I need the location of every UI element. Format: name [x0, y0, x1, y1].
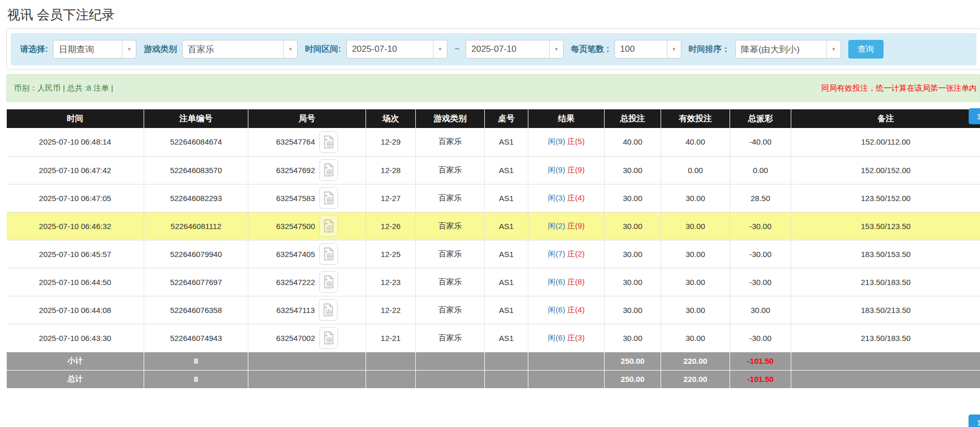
video-record-icon[interactable] — [319, 271, 338, 293]
valid-bet-cell: 40.00 — [661, 128, 730, 156]
round-id-cell: 632547113 — [248, 296, 366, 324]
bet-id-cell: 522646077697 — [144, 268, 248, 296]
chevron-down-icon[interactable]: ▼ — [433, 40, 447, 58]
valid-bet-cell: 0.00 — [661, 156, 730, 184]
session-cell: 12-25 — [366, 240, 416, 268]
total-bet-link[interactable]: 30.00 — [605, 324, 661, 352]
remark-cell: 123.50/152.00 — [791, 184, 980, 212]
per-page-select[interactable]: 100 ▼ — [614, 40, 681, 59]
result-player-value: 闲(7) — [548, 249, 565, 258]
payout-cell: -30.00 — [730, 324, 791, 352]
session-cell: 12-22 — [366, 296, 416, 324]
time-sort-value: 降幂(由大到小) — [736, 40, 827, 58]
chevron-down-icon[interactable]: ▼ — [549, 40, 563, 58]
video-record-icon[interactable] — [319, 131, 338, 153]
subtotal-label: 小计 — [7, 352, 144, 370]
valid-bet-cell: 30.00 — [661, 268, 730, 296]
round-id-text: 632547222 — [276, 278, 315, 287]
table-no-cell: AS1 — [485, 156, 528, 184]
payout-cell: -30.00 — [730, 212, 791, 240]
round-id-text: 632547113 — [276, 306, 315, 315]
chevron-down-icon[interactable]: ▼ — [667, 40, 681, 58]
total-bet-link[interactable]: 30.00 — [605, 184, 661, 212]
game-type-select[interactable]: 百家乐 ▼ — [182, 40, 298, 59]
round-id-text: 632547002 — [276, 334, 315, 343]
valid-bet-cell: 30.00 — [661, 324, 730, 352]
header-payout: 总派彩 — [730, 109, 791, 128]
session-cell: 12-26 — [366, 212, 416, 240]
total-bet-link[interactable]: 30.00 — [605, 268, 661, 296]
search-button[interactable]: 查询 — [848, 40, 884, 59]
result-banker-value: 庄(9) — [567, 221, 584, 230]
chevron-down-icon[interactable]: ▼ — [827, 40, 841, 58]
same-round-notice-text: 同局有效投注，统一计算在该局第一张注单内 — [821, 83, 977, 93]
grand-total-row: 总计 8 250.00 220.00 -101.50 — [7, 370, 980, 388]
round-id-cell: 632547002 — [248, 324, 366, 352]
table-row: 2025-07-10 06:43:30 522646074943 6325470… — [7, 324, 980, 352]
summary-bar: 币别：人民币 | 总共 :8 注单 | 同局有效投注，统一计算在该局第一张注单内 — [6, 74, 980, 102]
game-type-cell: 百家乐 — [416, 268, 485, 296]
remark-cell: 213.50/183.50 — [791, 268, 980, 296]
chevron-down-icon[interactable]: ▼ — [122, 40, 136, 58]
total-bet-link[interactable]: 30.00 — [605, 240, 661, 268]
time-cell: 2025-07-10 06:47:05 — [7, 184, 144, 212]
time-cell: 2025-07-10 06:48:14 — [7, 128, 144, 156]
round-id-text: 632547692 — [276, 166, 315, 175]
valid-bet-cell: 30.00 — [661, 184, 730, 212]
payout-cell: 0.00 — [730, 156, 791, 184]
round-id-cell: 632547692 — [248, 156, 366, 184]
time-cell: 2025-07-10 06:47:42 — [7, 156, 144, 184]
result-cell: 闲(7) 庄(2) — [528, 240, 605, 268]
total-bet-link[interactable]: 30.00 — [605, 156, 661, 184]
date-to-select[interactable]: 2025-07-10 ▼ — [466, 40, 564, 59]
query-type-select[interactable]: 日期查询 ▼ — [53, 40, 136, 59]
video-record-icon[interactable] — [319, 215, 338, 237]
payout-cell: -40.00 — [730, 128, 791, 156]
valid-bet-cell: 30.00 — [661, 296, 730, 324]
subtotal-row: 小计 8 250.00 220.00 -101.50 — [7, 352, 980, 370]
filter-strip: 请选择: 日期查询 ▼ 游戏类别 百家乐 ▼ 时间区间: 2025-07-10 … — [11, 33, 976, 65]
table-no-cell: AS1 — [485, 296, 528, 324]
game-type-cell: 百家乐 — [416, 156, 485, 184]
result-banker-value: 庄(2) — [567, 249, 584, 258]
total-bet-link[interactable]: 40.00 — [605, 128, 661, 156]
video-record-icon[interactable] — [319, 159, 338, 181]
date-from-select[interactable]: 2025-07-10 ▼ — [346, 40, 447, 59]
total-bet-link[interactable]: 30.00 — [605, 296, 661, 324]
time-sort-select[interactable]: 降幂(由大到小) ▼ — [735, 40, 841, 59]
range-tilde: ~ — [455, 45, 459, 54]
video-record-icon[interactable] — [319, 243, 338, 265]
video-record-icon[interactable] — [319, 187, 338, 209]
game-type-cell: 百家乐 — [416, 184, 485, 212]
table-header-row: 时间 注单编号 局号 场次 游戏类别 桌号 结果 总投注 有效投注 总派彩 备注 — [7, 109, 980, 128]
time-sort-label: 时间排序： — [689, 44, 730, 55]
round-id-cell: 632547405 — [248, 240, 366, 268]
video-record-icon[interactable] — [319, 327, 338, 349]
video-record-icon[interactable] — [319, 299, 338, 321]
chevron-down-icon[interactable]: ▼ — [283, 40, 297, 58]
pagination-page-1-button-bottom[interactable]: 1 — [969, 415, 980, 427]
table-no-cell: AS1 — [485, 324, 528, 352]
header-bet-id: 注单编号 — [144, 109, 248, 128]
subtotal-total-bet: 250.00 — [605, 352, 661, 370]
header-result: 结果 — [528, 109, 605, 128]
result-cell: 闲(6) 庄(3) — [528, 324, 605, 352]
grand-total-valid-bet: 220.00 — [661, 370, 730, 388]
grand-total-label: 总计 — [7, 370, 144, 388]
result-player-value: 闲(6) — [548, 305, 565, 314]
header-table-no: 桌号 — [485, 109, 528, 128]
page-title: 视讯 会员下注纪录 — [7, 6, 980, 23]
bet-id-cell: 522646081112 — [144, 212, 248, 240]
bet-records-table: 时间 注单编号 局号 场次 游戏类别 桌号 结果 总投注 有效投注 总派彩 备注… — [6, 109, 980, 388]
total-bet-link[interactable]: 30.00 — [605, 212, 661, 240]
result-cell: 闲(6) 庄(4) — [528, 296, 605, 324]
grand-total-payout: -101.50 — [730, 370, 791, 388]
select-type-label: 请选择: — [20, 44, 48, 55]
payout-cell: -30.00 — [730, 268, 791, 296]
pagination-page-1-button-top[interactable]: 1 — [969, 108, 980, 124]
round-id-cell: 632547222 — [248, 268, 366, 296]
remark-cell: 153.50/123.50 — [791, 212, 980, 240]
result-banker-value: 庄(9) — [567, 165, 584, 174]
table-row: 2025-07-10 06:44:50 522646077697 6325472… — [7, 268, 980, 296]
header-round-id: 局号 — [248, 109, 366, 128]
